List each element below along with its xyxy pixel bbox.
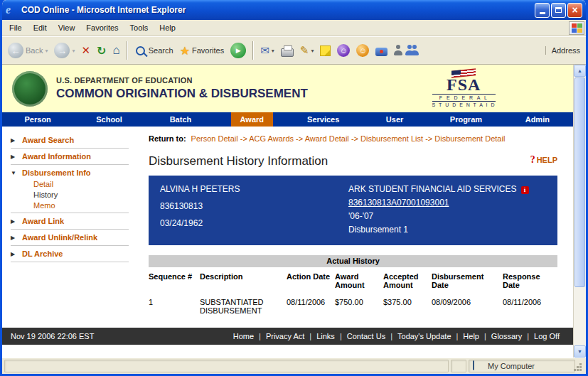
minimize-button[interactable] (535, 3, 550, 18)
print-button[interactable] (278, 43, 296, 58)
nav-admin[interactable]: Admin (516, 112, 559, 127)
title-bar[interactable]: e COD Online - Microsoft Internet Explor… (2, 0, 586, 20)
footer-link-help[interactable]: Help (458, 332, 484, 340)
scroll-up-button[interactable]: ▲ (574, 65, 586, 77)
close-button[interactable]: × (567, 3, 582, 18)
stop-button[interactable]: ✕ (79, 43, 94, 58)
footer-link-log-off[interactable]: Log Off (529, 332, 565, 340)
sidebar-divider (11, 164, 129, 165)
menu-bar: File Edit View Favorites Tools Help (2, 20, 586, 36)
messenger-button[interactable]: ☺ (334, 43, 353, 58)
edit-button[interactable]: ✎ ▾ (297, 43, 317, 58)
nav-school[interactable]: School (87, 112, 132, 127)
search-label: Search (149, 46, 173, 55)
breadcrumb-acg-awards[interactable]: ACG Awards (249, 134, 294, 143)
sidebar-item-award-search[interactable]: ▶ Award Search (8, 134, 139, 146)
cell-action-date: 08/11/2006 (287, 289, 335, 315)
nav-services[interactable]: Services (298, 112, 348, 127)
sidebar-subitem-detail[interactable]: Detail (8, 179, 139, 190)
breadcrumb: Return to: Person Detail -> ACG Awards -… (149, 134, 557, 144)
breadcrumb-disbursement-detail[interactable]: Disbursement Detail (434, 134, 505, 143)
favorites-star-icon: ★ (180, 44, 190, 58)
print-icon (281, 48, 294, 57)
nav-award[interactable]: Award (231, 112, 273, 127)
windows-logo-icon (569, 21, 584, 35)
back-label: Back (26, 46, 43, 55)
menu-view[interactable]: View (53, 21, 81, 34)
ie-icon: e (6, 4, 18, 16)
breadcrumb-separator: -> (351, 134, 358, 143)
disbursement-number: Disbursement 1 (348, 225, 546, 235)
back-button[interactable]: ← Back ▾ (5, 41, 50, 60)
contacts-button[interactable] (391, 43, 405, 58)
stop-icon: ✕ (82, 44, 91, 57)
back-icon: ← (8, 43, 23, 58)
home-button[interactable]: ⌂ (109, 42, 122, 59)
nav-person[interactable]: Person (16, 112, 60, 127)
student-name: ALVINA H PEETERS (160, 184, 348, 194)
cell-description: SUBSTANTIATED DISBURSEMENT (200, 289, 287, 315)
forward-icon: → (54, 43, 70, 58)
menu-help[interactable]: Help (154, 21, 181, 34)
scrollbar-track[interactable] (574, 287, 586, 345)
status-message-pane (4, 360, 449, 372)
footer-link-todays-update[interactable]: Today's Update (392, 332, 456, 340)
table-header-row: Sequence # Description Action Date Award… (149, 269, 557, 289)
breadcrumb-person-detail[interactable]: Person Detail (191, 134, 238, 143)
footer-link-glossary[interactable]: Glossary (486, 332, 527, 340)
nav-program[interactable]: Program (441, 112, 491, 127)
menu-edit[interactable]: Edit (28, 21, 53, 34)
webcam-button[interactable] (373, 43, 390, 58)
mail-button[interactable]: ✉ ▾ (257, 43, 277, 58)
chevron-right-icon: ▶ (11, 154, 17, 160)
menu-file[interactable]: File (4, 21, 28, 34)
sidebar-item-award-information[interactable]: ▶ Award Information (8, 150, 139, 163)
sidebar-subitem-history: History (8, 190, 139, 200)
scroll-down-button[interactable]: ▼ (574, 345, 586, 358)
sidebar-item-award-link[interactable]: ▶ Award Link (8, 215, 139, 227)
sidebar-subitem-memo[interactable]: Memo (8, 200, 139, 211)
forward-dropdown-icon: ▾ (72, 48, 75, 54)
help-link[interactable]: ? HELP (530, 154, 557, 166)
messenger-icon: ☺ (337, 44, 350, 57)
browser-window: e COD Online - Microsoft Internet Explor… (0, 0, 588, 376)
refresh-button[interactable]: ↻ (94, 43, 109, 59)
sidebar-item-dl-archive[interactable]: ▶ DL Archive (8, 247, 139, 260)
nav-user[interactable]: User (377, 112, 412, 127)
chevron-right-icon: ▶ (11, 218, 17, 225)
menu-tools[interactable]: Tools (124, 21, 154, 34)
favorites-label: Favorites (192, 46, 224, 55)
media-button[interactable]: ▶ (228, 41, 249, 60)
info-icon[interactable]: i (521, 186, 529, 194)
nav-batch[interactable]: Batch (161, 112, 201, 127)
forward-button[interactable]: → ▾ (51, 41, 77, 60)
menu-favorites[interactable]: Favorites (80, 21, 124, 34)
col-action-date: Action Date (287, 269, 335, 289)
sidebar-item-award-unlink-relink[interactable]: ▶ Award Unlink/Relink (8, 231, 139, 244)
sidebar-divider (11, 213, 129, 213)
maximize-button[interactable] (551, 3, 566, 18)
cell-response-date: 08/11/2006 (503, 289, 557, 315)
student-award-infobox: ALVINA H PEETERS 836130813 03/24/1962 AR… (149, 176, 557, 245)
search-button[interactable]: Search (132, 43, 176, 58)
actual-history-header: Actual History (149, 255, 557, 267)
webcam-icon (375, 48, 387, 56)
favorites-button[interactable]: ★ Favorites (177, 43, 228, 59)
breadcrumb-separator: -> (296, 134, 303, 143)
people-button[interactable] (406, 43, 422, 58)
discuss-button[interactable] (317, 44, 333, 58)
footer-link-contact-us[interactable]: Contact Us (342, 332, 390, 340)
vertical-scrollbar[interactable]: ▲ ▼ (573, 65, 586, 358)
scrollbar-thumb[interactable] (574, 77, 585, 287)
footer-link-links[interactable]: Links (311, 332, 340, 340)
resize-grip[interactable] (579, 363, 582, 365)
footer-link-home[interactable]: Home (228, 332, 259, 340)
sidebar-item-disbursement-info[interactable]: ▼ Disbursement Info (8, 166, 139, 179)
school-name: ARK STUDENT FINANCIAL AID SERVICES (348, 184, 517, 194)
footer-link-privacy-act[interactable]: Privacy Act (261, 332, 309, 340)
messenger-alt-button[interactable]: ☺ (353, 43, 372, 58)
award-id-link[interactable]: 836130813A07001093001 (348, 198, 449, 208)
breadcrumb-disbursement-list[interactable]: Disbursement List (360, 134, 423, 143)
media-icon: ▶ (230, 43, 246, 58)
breadcrumb-award-detail[interactable]: Award Detail (305, 134, 349, 143)
